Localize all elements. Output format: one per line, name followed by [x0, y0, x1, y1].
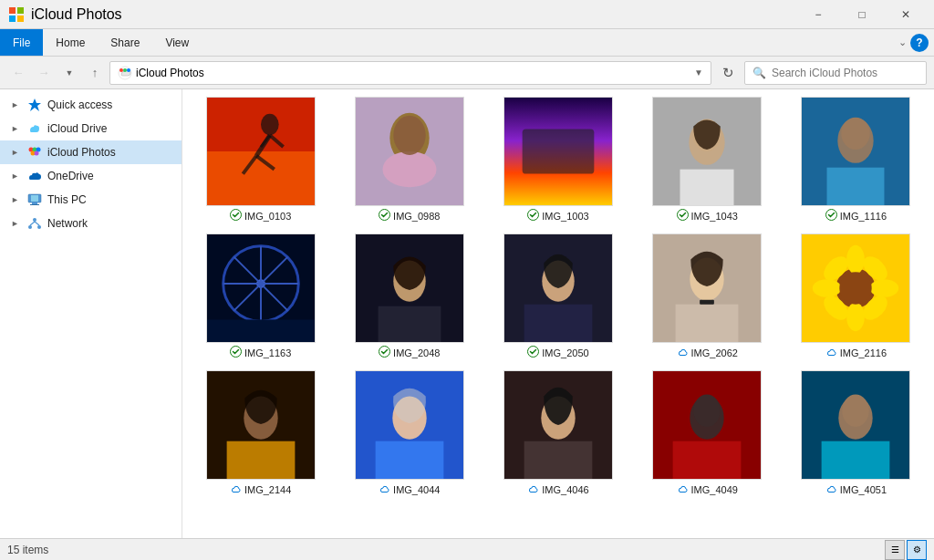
sidebar-item-this-pc[interactable]: ► This PC	[0, 188, 182, 212]
photo-item[interactable]: IMG_2144	[193, 370, 327, 496]
svg-point-25	[261, 114, 279, 136]
tab-share[interactable]: Share	[98, 29, 152, 56]
svg-point-81	[840, 272, 872, 304]
svg-point-6	[123, 68, 127, 72]
photo-item[interactable]: IMG_1116	[789, 97, 923, 223]
chevron-right-icon-5: ►	[11, 195, 22, 204]
cloud-icon	[825, 482, 837, 496]
photo-label: IMG_2050	[527, 346, 588, 359]
photo-thumbnail	[801, 370, 910, 480]
dropdown-button[interactable]: ▼	[58, 62, 80, 84]
photo-item[interactable]: IMG_4049	[640, 370, 774, 496]
photo-grid: IMG_0103 IMG_0988 IMG_1003 IMG_1043 IMG_…	[193, 97, 923, 496]
svg-rect-90	[524, 441, 593, 479]
photo-item[interactable]: IMG_1163	[193, 233, 327, 359]
cloud-icon	[230, 482, 242, 496]
svg-rect-93	[673, 441, 742, 479]
up-button[interactable]: ↑	[84, 62, 106, 84]
list-view-button[interactable]: ☰	[885, 540, 905, 560]
svg-point-75	[813, 279, 841, 297]
sidebar-label-this-pc: This PC	[47, 193, 87, 206]
path-icon	[118, 66, 132, 80]
photo-item[interactable]: IMG_2116	[789, 233, 923, 359]
maximize-button[interactable]: □	[841, 0, 883, 29]
sidebar-item-icloud-photos[interactable]: ► iCloud Photos	[0, 140, 182, 164]
sidebar-label-quick-access: Quick access	[47, 99, 112, 111]
tab-home[interactable]: Home	[43, 29, 98, 56]
photo-name: IMG_4049	[691, 484, 738, 495]
photo-item[interactable]: IMG_4046	[491, 370, 625, 496]
search-input[interactable]	[772, 67, 918, 79]
tab-file[interactable]: File	[0, 29, 43, 56]
photo-item[interactable]: IMG_0988	[342, 97, 476, 223]
sidebar-item-icloud-drive[interactable]: ► iCloud Drive	[0, 117, 182, 140]
sync-check-icon	[230, 209, 242, 223]
photo-label: IMG_4046	[527, 482, 588, 496]
minimize-button[interactable]: −	[797, 0, 839, 29]
photo-item[interactable]: IMG_2048	[342, 233, 476, 359]
chevron-right-icon-3: ►	[11, 148, 22, 157]
photo-thumbnail	[801, 233, 910, 343]
photo-item[interactable]: IMG_4051	[789, 370, 923, 496]
photo-name: IMG_1163	[244, 347, 291, 358]
photo-name: IMG_2144	[244, 484, 291, 495]
photo-item[interactable]: IMG_2050	[491, 233, 625, 359]
search-icon: 🔍	[752, 67, 766, 79]
chevron-right-icon-4: ►	[11, 171, 22, 181]
chevron-right-icon: ►	[11, 100, 22, 109]
refresh-button[interactable]: ↻	[715, 60, 741, 86]
quick-access-toolbar[interactable]	[7, 0, 26, 29]
svg-rect-87	[375, 441, 443, 479]
svg-point-7	[127, 68, 130, 72]
ribbon-expand-icon[interactable]: ⌄	[898, 36, 907, 48]
icloud-drive-icon	[27, 121, 42, 136]
grid-view-button[interactable]: ⚙	[907, 540, 927, 560]
pc-icon	[27, 192, 42, 207]
item-count: 15 items	[7, 544, 48, 556]
photo-name: IMG_2050	[542, 347, 588, 358]
svg-point-34	[382, 151, 436, 187]
search-box[interactable]: 🔍	[744, 61, 927, 85]
sidebar-item-network[interactable]: ► Network	[0, 212, 182, 235]
help-button[interactable]: ?	[910, 34, 929, 52]
photo-label: IMG_2062	[677, 346, 738, 359]
title-bar: iCloud Photos − □ ✕	[0, 0, 934, 29]
photo-item[interactable]: IMG_0103	[193, 97, 327, 223]
svg-rect-3	[17, 16, 24, 22]
chevron-right-icon-2: ►	[11, 124, 22, 133]
svg-rect-65	[524, 305, 593, 342]
address-path[interactable]: iCloud Photos ▼	[109, 61, 711, 85]
cloud-icon	[379, 482, 390, 496]
svg-rect-15	[31, 195, 38, 202]
photo-item[interactable]: IMG_1043	[640, 97, 774, 223]
back-button[interactable]: ←	[7, 62, 29, 84]
forward-button[interactable]: →	[33, 62, 55, 84]
tab-view[interactable]: View	[152, 29, 202, 56]
app-icon	[8, 6, 25, 23]
svg-rect-1	[17, 7, 24, 14]
address-dropdown-arrow[interactable]: ▼	[694, 67, 703, 78]
view-toggle: ☰ ⚙	[885, 540, 927, 560]
photo-label: IMG_1003	[527, 209, 588, 223]
network-icon	[27, 216, 42, 231]
svg-point-74	[847, 303, 866, 331]
onedrive-icon	[27, 169, 42, 183]
ribbon: File Home Share View ⌄ ?	[0, 29, 934, 57]
sync-check-icon	[379, 209, 390, 223]
photo-item[interactable]: IMG_1003	[491, 97, 625, 223]
sync-check-icon	[527, 209, 539, 223]
svg-marker-8	[28, 99, 41, 111]
photo-name: IMG_4051	[840, 484, 887, 495]
sidebar-item-quick-access[interactable]: ► Quick access	[0, 93, 182, 117]
photo-item[interactable]: IMG_2062	[640, 233, 774, 359]
svg-rect-47	[827, 168, 885, 205]
cloud-icon	[527, 482, 539, 496]
svg-rect-84	[226, 441, 295, 479]
title-bar-title: iCloud Photos	[31, 6, 122, 23]
sidebar-item-onedrive[interactable]: ► OneDrive	[0, 164, 182, 188]
svg-rect-0	[9, 7, 16, 14]
address-path-text: iCloud Photos	[136, 67, 204, 79]
cloud-icon	[677, 482, 689, 496]
photo-item[interactable]: IMG_4044	[342, 370, 476, 496]
close-button[interactable]: ✕	[885, 0, 927, 29]
